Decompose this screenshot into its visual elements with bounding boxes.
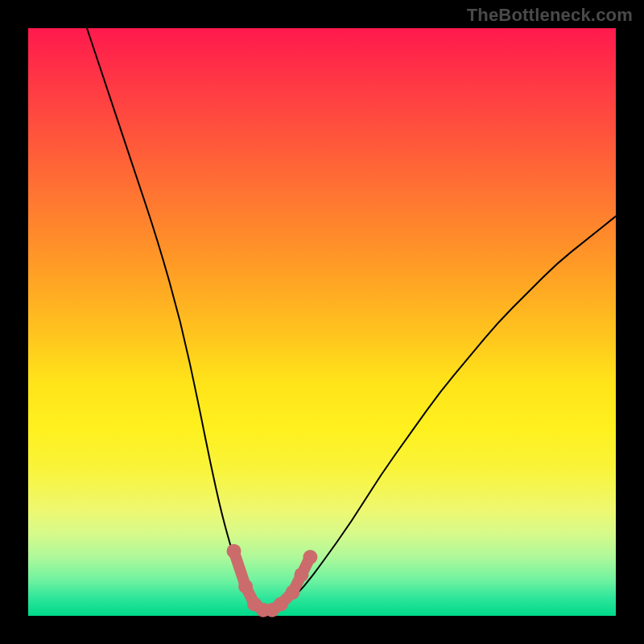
marker-dot xyxy=(286,585,300,600)
chart-frame: TheBottleneck.com xyxy=(0,0,644,644)
marker-dot xyxy=(274,597,288,611)
marker-dot xyxy=(303,550,317,564)
marker-dot xyxy=(238,580,253,594)
chart-svg xyxy=(28,28,616,616)
bottleneck-curve xyxy=(87,28,616,610)
plot-area xyxy=(28,28,616,616)
watermark-text: TheBottleneck.com xyxy=(467,5,633,26)
marker-dot xyxy=(294,568,308,582)
marker-dot xyxy=(227,544,242,559)
